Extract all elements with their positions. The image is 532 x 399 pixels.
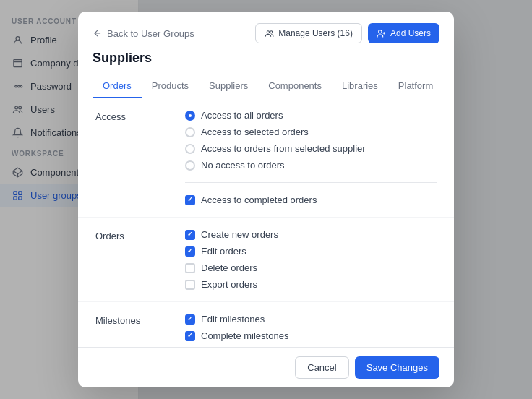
radio-supplier-orders-label: Access to orders from selected supplier bbox=[201, 143, 366, 154]
svg-point-15 bbox=[270, 30, 273, 33]
checkbox-delete-orders-label: Delete orders bbox=[201, 262, 257, 273]
checkbox-export-orders-input[interactable] bbox=[185, 280, 195, 290]
radio-selected-orders-label: Access to selected orders bbox=[201, 126, 309, 137]
checkbox-edit-milestones-input[interactable] bbox=[185, 314, 195, 325]
radio-supplier-orders[interactable]: Access to orders from selected supplier bbox=[185, 143, 437, 154]
permission-row-orders: Orders Create new orders Edit orders bbox=[95, 229, 437, 290]
save-button[interactable]: Save Changes bbox=[355, 356, 439, 379]
checkbox-complete-milestones-input[interactable] bbox=[185, 331, 195, 341]
manage-users-button[interactable]: Manage Users (16) bbox=[255, 23, 362, 43]
radio-all-orders[interactable]: Access to all orders bbox=[185, 110, 437, 121]
tab-suppliers[interactable]: Suppliers bbox=[199, 74, 258, 98]
add-users-button[interactable]: Add Users bbox=[368, 23, 439, 43]
checkbox-delete-orders[interactable]: Delete orders bbox=[185, 262, 437, 273]
svg-point-14 bbox=[267, 30, 270, 33]
tabs: Orders Products Suppliers Components Lib… bbox=[93, 74, 439, 98]
checkbox-delete-orders-input[interactable] bbox=[185, 263, 195, 273]
radio-selected-orders[interactable]: Access to selected orders bbox=[185, 126, 437, 137]
modal-body: Access Access to all orders Access to se… bbox=[78, 98, 454, 347]
orders-label: Orders bbox=[95, 229, 168, 290]
access-options: Access to all orders Access to selected … bbox=[185, 110, 437, 205]
cancel-button[interactable]: Cancel bbox=[295, 356, 348, 379]
tab-products[interactable]: Products bbox=[142, 74, 199, 98]
checkbox-create-orders-input[interactable] bbox=[185, 230, 195, 240]
checkbox-completed-orders-label: Access to completed orders bbox=[201, 194, 317, 205]
radio-supplier-orders-input[interactable] bbox=[185, 144, 195, 154]
tab-orders[interactable]: Orders bbox=[93, 74, 142, 98]
checkbox-edit-orders-input[interactable] bbox=[185, 246, 195, 257]
modal-actions: Manage Users (16) Add Users bbox=[255, 23, 439, 43]
permission-row-access: Access Access to all orders Access to se… bbox=[95, 110, 437, 205]
checkbox-create-orders[interactable]: Create new orders bbox=[185, 229, 437, 240]
section-orders: Orders Create new orders Edit orders bbox=[78, 218, 454, 302]
checkbox-edit-orders[interactable]: Edit orders bbox=[185, 246, 437, 257]
milestones-options: Edit milestones Complete milestones Comm… bbox=[185, 314, 437, 347]
access-label: Access bbox=[95, 110, 168, 205]
back-link[interactable]: Back to User Groups bbox=[93, 28, 194, 39]
section-milestones: Milestones Edit milestones Complete mile… bbox=[78, 302, 454, 347]
radio-selected-orders-input[interactable] bbox=[185, 127, 195, 137]
radio-all-orders-input[interactable] bbox=[185, 111, 195, 121]
svg-point-16 bbox=[379, 30, 382, 33]
access-separator bbox=[185, 182, 437, 183]
modal: Back to User Groups Manage Users (16) Ad… bbox=[78, 12, 454, 387]
checkbox-edit-orders-label: Edit orders bbox=[201, 246, 246, 257]
manage-users-label: Manage Users (16) bbox=[278, 28, 353, 38]
checkbox-edit-milestones[interactable]: Edit milestones bbox=[185, 314, 437, 325]
back-label: Back to User Groups bbox=[107, 28, 194, 39]
checkbox-export-orders[interactable]: Export orders bbox=[185, 279, 437, 290]
add-users-icon bbox=[377, 29, 386, 38]
checkbox-completed-orders[interactable]: Access to completed orders bbox=[185, 194, 437, 205]
tab-libraries[interactable]: Libraries bbox=[332, 74, 388, 98]
checkbox-edit-milestones-label: Edit milestones bbox=[201, 314, 265, 325]
tab-components[interactable]: Components bbox=[258, 74, 332, 98]
back-arrow-icon bbox=[93, 28, 103, 38]
modal-header: Back to User Groups Manage Users (16) Ad… bbox=[78, 12, 454, 98]
radio-no-orders-label: No access to orders bbox=[201, 160, 285, 171]
modal-overlay[interactable]: Back to User Groups Manage Users (16) Ad… bbox=[0, 0, 532, 399]
radio-all-orders-label: Access to all orders bbox=[201, 110, 283, 121]
add-users-label: Add Users bbox=[390, 28, 431, 38]
tab-platform[interactable]: Platform bbox=[388, 74, 443, 98]
modal-title: Suppliers bbox=[93, 51, 439, 66]
modal-footer: Cancel Save Changes bbox=[78, 347, 454, 387]
checkbox-completed-orders-input[interactable] bbox=[185, 195, 195, 205]
radio-no-orders[interactable]: No access to orders bbox=[185, 160, 437, 171]
milestones-label: Milestones bbox=[95, 314, 168, 347]
manage-users-icon bbox=[265, 29, 274, 38]
section-access: Access Access to all orders Access to se… bbox=[78, 98, 454, 218]
radio-no-orders-input[interactable] bbox=[185, 160, 195, 171]
checkbox-create-orders-label: Create new orders bbox=[201, 229, 278, 240]
orders-options: Create new orders Edit orders Delete ord… bbox=[185, 229, 437, 290]
checkbox-export-orders-label: Export orders bbox=[201, 279, 257, 290]
permission-row-milestones: Milestones Edit milestones Complete mile… bbox=[95, 314, 437, 347]
checkbox-complete-milestones-label: Complete milestones bbox=[201, 330, 288, 341]
checkbox-complete-milestones[interactable]: Complete milestones bbox=[185, 330, 437, 341]
modal-nav-row: Back to User Groups Manage Users (16) Ad… bbox=[93, 23, 439, 43]
